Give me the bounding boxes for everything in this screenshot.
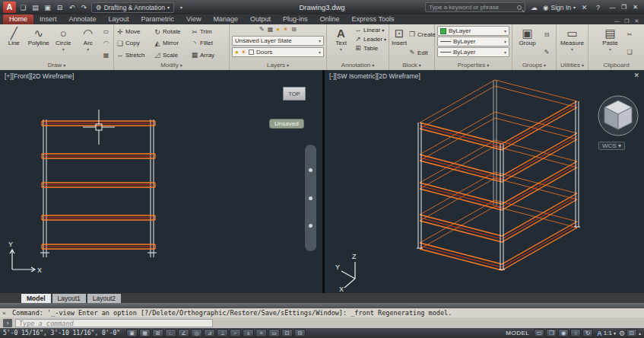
- fillet-button[interactable]: ◝Fillet: [191, 40, 227, 47]
- panel-label-draw[interactable]: Draw▾: [0, 61, 113, 70]
- wcs-dropdown[interactable]: WCS ▾: [598, 142, 625, 150]
- linear-dimension-button[interactable]: ↔Linear▾: [354, 26, 386, 33]
- coordinates-readout[interactable]: 5'-0 15/16", 3'-10 11/16", 0'-0": [3, 330, 120, 336]
- copy-button[interactable]: ❏Copy: [116, 40, 152, 47]
- stretch-button[interactable]: ↔Stretch: [116, 51, 152, 59]
- autodesk360-cloud-icon[interactable]: ☁: [529, 4, 539, 11]
- annotation-visibility-icon[interactable]: A: [597, 330, 602, 337]
- close-button[interactable]: ✕: [630, 4, 641, 11]
- application-menu-button[interactable]: A: [3, 2, 16, 13]
- open-icon[interactable]: ▤: [30, 4, 40, 11]
- rectangle-icon[interactable]: ▭: [103, 28, 109, 35]
- panel-label-modify[interactable]: Modify▾: [114, 61, 229, 70]
- layer-match-icon[interactable]: ▦: [268, 26, 274, 34]
- object-color-dropdown[interactable]: ByLayer ▾: [437, 26, 509, 36]
- navigation-bar[interactable]: [305, 145, 316, 251]
- group-edit-icon[interactable]: ✎: [544, 49, 550, 56]
- sc-toggle[interactable]: ⊟: [294, 329, 306, 337]
- infer-toggle[interactable]: ▣: [126, 329, 138, 337]
- cleanscreen-button[interactable]: ⊡: [627, 329, 637, 337]
- sign-in-button[interactable]: ◉ Sign In ▾: [543, 4, 576, 11]
- snap-toggle[interactable]: ▦: [139, 329, 151, 337]
- plot-icon[interactable]: ⊟: [55, 4, 65, 11]
- tab-parametric[interactable]: Parametric: [135, 14, 181, 24]
- mirror-button[interactable]: ◭Mirror: [154, 40, 189, 47]
- layer-properties-icon[interactable]: ✎: [259, 26, 265, 34]
- dyn-toggle[interactable]: ±: [243, 329, 254, 337]
- viewport-controls-isometric[interactable]: [-][SW Isometric][2D Wireframe]: [329, 72, 420, 80]
- tab-home[interactable]: Home: [3, 14, 33, 24]
- tray-arrow-icon[interactable]: ▴: [639, 330, 641, 336]
- hatch-icon[interactable]: ▦: [103, 52, 109, 59]
- circle-button[interactable]: ○ Circle ▾: [52, 26, 75, 61]
- annotation-scale-label[interactable]: 1:1: [604, 330, 612, 336]
- array-button[interactable]: ▦Array: [191, 51, 227, 59]
- polyline-button[interactable]: ∿ Polyline: [27, 26, 51, 61]
- ortho-toggle[interactable]: ∟: [165, 329, 176, 337]
- tab-model[interactable]: Model: [21, 294, 51, 303]
- paste-button[interactable]: ▤ Paste ▾: [598, 26, 623, 61]
- qat-dropdown-icon[interactable]: ▾: [176, 5, 186, 10]
- create-block-button[interactable]: ❐Create: [408, 30, 436, 38]
- leader-button[interactable]: ↗Leader▾: [354, 35, 386, 43]
- linetype-dropdown[interactable]: ByLayer ▾: [437, 47, 509, 57]
- ducs-toggle[interactable]: ⌐: [230, 329, 241, 337]
- ellipse-icon[interactable]: ◠: [103, 40, 109, 46]
- tab-output[interactable]: Output: [244, 14, 277, 24]
- insert-button[interactable]: ⊡ Insert: [392, 26, 407, 61]
- table-button[interactable]: ⊞Table: [354, 44, 386, 52]
- unsaved-view-badge[interactable]: Unsaved: [269, 119, 304, 129]
- tab-view[interactable]: View: [180, 14, 207, 24]
- redo-icon[interactable]: ↷: [79, 4, 89, 11]
- model-space-button[interactable]: MODEL: [506, 330, 529, 336]
- osnap3d-toggle[interactable]: ⊿: [204, 329, 215, 337]
- panel-label-annotation[interactable]: Annotation▾: [327, 61, 389, 70]
- scale-button[interactable]: ◿Scale: [154, 51, 189, 59]
- tab-insert[interactable]: Insert: [33, 14, 63, 24]
- group-button[interactable]: ▣ Group: [515, 26, 540, 61]
- panel-label-block[interactable]: Block▾: [389, 61, 434, 70]
- new-icon[interactable]: ❏: [18, 4, 28, 11]
- viewport-close-button[interactable]: ✕: [633, 72, 639, 79]
- osnap-toggle[interactable]: ◎: [191, 329, 202, 337]
- panel-label-utilities[interactable]: Utilities▾: [557, 61, 588, 70]
- layer-isolate-icon[interactable]: ⊞: [291, 26, 297, 34]
- tpy-toggle[interactable]: ▭: [268, 329, 280, 337]
- grid-toggle[interactable]: ⊞: [152, 329, 163, 337]
- line-button[interactable]: ╱ Line: [2, 26, 26, 61]
- polar-toggle[interactable]: ∠: [178, 329, 189, 337]
- workspace-gear-icon[interactable]: ⚙: [619, 330, 625, 337]
- panel-label-groups[interactable]: Groups▾: [512, 61, 556, 70]
- command-window[interactable]: ✕ Command: '_-view Enter an option [?/De…: [0, 303, 644, 328]
- quickview-layouts-button[interactable]: ▭: [534, 329, 544, 337]
- workspace-switcher[interactable]: ⚙ Drafting & Annotation ▾: [91, 2, 174, 13]
- tab-online[interactable]: Online: [314, 14, 346, 24]
- undo-icon[interactable]: ↶: [67, 4, 77, 11]
- rotate-button[interactable]: ↻Rotate: [154, 28, 189, 36]
- lwt-toggle[interactable]: ≡: [255, 329, 267, 337]
- panel-label-clipboard[interactable]: Clipboard: [588, 61, 644, 70]
- move-button[interactable]: ✛Move: [116, 28, 152, 36]
- panel-label-properties[interactable]: Properties▾: [435, 61, 512, 70]
- cut-icon[interactable]: ✂: [627, 31, 633, 38]
- lineweight-dropdown[interactable]: ByLayer ▾: [437, 37, 509, 46]
- qp-toggle[interactable]: ⊡: [281, 329, 293, 337]
- viewport-front[interactable]: Y X [+][Front][2D Wireframe] TOP Unsaved: [0, 70, 322, 293]
- search-icon[interactable]: [517, 5, 522, 10]
- tab-layout[interactable]: Layout: [103, 14, 135, 24]
- minimize-button[interactable]: —: [607, 4, 618, 11]
- arc-button[interactable]: ◠ Arc ▾: [77, 26, 100, 61]
- trim-button[interactable]: ✂Trim: [191, 28, 227, 36]
- copy-clip-icon[interactable]: ❏: [627, 49, 632, 56]
- help-icon[interactable]: ?: [593, 4, 603, 11]
- otrack-toggle[interactable]: ⊥: [217, 329, 228, 337]
- ungroup-icon[interactable]: ⊟: [544, 31, 550, 38]
- layer-dropdown[interactable]: ● ☀ Doors ▾: [232, 47, 324, 57]
- layer-freeze-icon[interactable]: ☀: [283, 26, 288, 34]
- save-icon[interactable]: ▣: [43, 4, 52, 11]
- layer-state-dropdown[interactable]: Unsaved Layer State ▾: [232, 36, 324, 46]
- viewport-sw-isometric[interactable]: Y Z X [-][SW Isometric][2D Wireframe] ✕ …: [325, 70, 644, 293]
- viewcube[interactable]: [598, 96, 638, 136]
- command-input[interactable]: Type a command: [15, 319, 213, 327]
- text-button[interactable]: A Text ▾: [329, 26, 353, 61]
